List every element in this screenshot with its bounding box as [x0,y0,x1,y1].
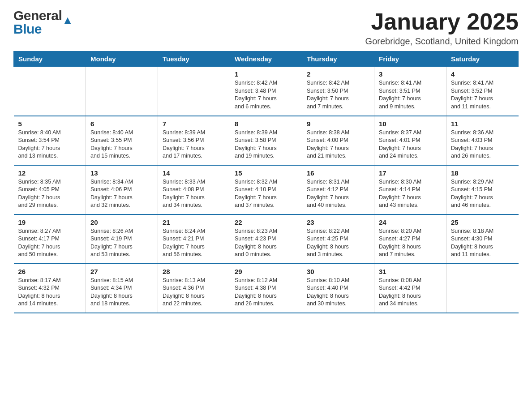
calendar-cell [158,67,230,116]
day-info: Sunrise: 8:34 AMSunset: 4:06 PMDaylight:… [90,178,153,210]
day-header-saturday: Saturday [446,51,519,67]
day-info: Sunrise: 8:27 AMSunset: 4:17 PMDaylight:… [18,227,82,259]
calendar-cell [86,67,158,116]
calendar-cell: 14Sunrise: 8:33 AMSunset: 4:08 PMDayligh… [158,165,230,214]
calendar-cell: 17Sunrise: 8:30 AMSunset: 4:14 PMDayligh… [374,165,446,214]
calendar-header-row: SundayMondayTuesdayWednesdayThursdayFrid… [14,51,519,67]
day-info: Sunrise: 8:31 AMSunset: 4:12 PMDaylight:… [307,178,369,210]
day-number: 18 [451,169,514,177]
svg-marker-0 [64,17,71,24]
calendar-cell: 4Sunrise: 8:41 AMSunset: 3:52 PMDaylight… [446,67,519,116]
logo-blue-text: Blue [13,22,62,36]
day-info: Sunrise: 8:35 AMSunset: 4:05 PMDaylight:… [18,178,82,210]
header: General Blue January 2025 Gorebridge, Sc… [13,9,519,47]
day-info: Sunrise: 8:42 AMSunset: 3:50 PMDaylight:… [307,79,369,111]
day-number: 3 [379,70,442,78]
day-info: Sunrise: 8:38 AMSunset: 4:00 PMDaylight:… [307,129,369,160]
calendar-cell: 7Sunrise: 8:39 AMSunset: 3:56 PMDaylight… [158,116,230,165]
day-number: 14 [163,169,225,177]
title-area: January 2025 Gorebridge, Scotland, Unite… [365,9,519,47]
calendar-cell: 13Sunrise: 8:34 AMSunset: 4:06 PMDayligh… [86,165,158,214]
day-info: Sunrise: 8:29 AMSunset: 4:15 PMDaylight:… [451,178,514,210]
calendar-cell: 30Sunrise: 8:10 AMSunset: 4:40 PMDayligh… [302,264,374,313]
day-number: 8 [235,120,297,128]
day-number: 13 [90,169,153,177]
day-info: Sunrise: 8:20 AMSunset: 4:27 PMDaylight:… [379,227,442,259]
day-number: 12 [18,169,82,177]
day-number: 2 [307,70,369,78]
day-number: 11 [451,120,514,128]
day-info: Sunrise: 8:41 AMSunset: 3:52 PMDaylight:… [451,79,514,111]
day-number: 26 [18,268,82,275]
calendar-cell: 16Sunrise: 8:31 AMSunset: 4:12 PMDayligh… [302,165,374,214]
calendar-cell: 27Sunrise: 8:15 AMSunset: 4:34 PMDayligh… [86,264,158,313]
day-number: 31 [379,268,442,275]
calendar-cell: 1Sunrise: 8:42 AMSunset: 3:48 PMDaylight… [230,67,302,116]
week-row-3: 12Sunrise: 8:35 AMSunset: 4:05 PMDayligh… [14,165,519,214]
calendar-cell: 12Sunrise: 8:35 AMSunset: 4:05 PMDayligh… [14,165,86,214]
calendar-cell: 21Sunrise: 8:24 AMSunset: 4:21 PMDayligh… [158,214,230,264]
day-info: Sunrise: 8:23 AMSunset: 4:23 PMDaylight:… [235,227,297,259]
day-number: 29 [235,268,297,275]
day-info: Sunrise: 8:26 AMSunset: 4:19 PMDaylight:… [90,227,153,259]
week-row-2: 5Sunrise: 8:40 AMSunset: 3:54 PMDaylight… [14,116,519,165]
day-info: Sunrise: 8:39 AMSunset: 3:56 PMDaylight:… [163,129,225,160]
day-info: Sunrise: 8:32 AMSunset: 4:10 PMDaylight:… [235,178,297,210]
day-info: Sunrise: 8:40 AMSunset: 3:55 PMDaylight:… [90,129,153,160]
calendar-cell [14,67,86,116]
day-info: Sunrise: 8:18 AMSunset: 4:30 PMDaylight:… [451,227,514,259]
day-number: 17 [379,169,442,177]
day-number: 1 [235,70,297,78]
day-info: Sunrise: 8:39 AMSunset: 3:58 PMDaylight:… [235,129,297,160]
day-number: 24 [379,218,442,226]
day-header-tuesday: Tuesday [158,51,230,67]
calendar-cell: 6Sunrise: 8:40 AMSunset: 3:55 PMDaylight… [86,116,158,165]
day-info: Sunrise: 8:41 AMSunset: 3:51 PMDaylight:… [379,79,442,111]
day-info: Sunrise: 8:15 AMSunset: 4:34 PMDaylight:… [90,277,153,308]
day-info: Sunrise: 8:33 AMSunset: 4:08 PMDaylight:… [163,178,225,210]
day-number: 19 [18,218,82,226]
day-number: 16 [307,169,369,177]
day-header-wednesday: Wednesday [230,51,302,67]
logo: General Blue [13,9,73,36]
day-number: 27 [90,268,153,275]
week-row-4: 19Sunrise: 8:27 AMSunset: 4:17 PMDayligh… [14,214,519,264]
day-info: Sunrise: 8:22 AMSunset: 4:25 PMDaylight:… [307,227,369,259]
calendar-cell: 24Sunrise: 8:20 AMSunset: 4:27 PMDayligh… [374,214,446,264]
calendar-cell: 10Sunrise: 8:37 AMSunset: 4:01 PMDayligh… [374,116,446,165]
logo-general-text: General [13,9,62,22]
day-header-thursday: Thursday [302,51,374,67]
day-number: 25 [451,218,514,226]
calendar-cell: 8Sunrise: 8:39 AMSunset: 3:58 PMDaylight… [230,116,302,165]
day-info: Sunrise: 8:13 AMSunset: 4:36 PMDaylight:… [163,277,225,308]
day-info: Sunrise: 8:17 AMSunset: 4:32 PMDaylight:… [18,277,82,308]
week-row-5: 26Sunrise: 8:17 AMSunset: 4:32 PMDayligh… [14,264,519,313]
subtitle: Gorebridge, Scotland, United Kingdom [365,36,519,47]
day-number: 7 [163,120,225,128]
day-number: 4 [451,70,514,78]
calendar-cell: 15Sunrise: 8:32 AMSunset: 4:10 PMDayligh… [230,165,302,214]
calendar-cell: 23Sunrise: 8:22 AMSunset: 4:25 PMDayligh… [302,214,374,264]
calendar-cell: 19Sunrise: 8:27 AMSunset: 4:17 PMDayligh… [14,214,86,264]
logo-triangle-icon [63,16,73,26]
day-number: 6 [90,120,153,128]
calendar-cell: 2Sunrise: 8:42 AMSunset: 3:50 PMDaylight… [302,67,374,116]
day-number: 23 [307,218,369,226]
day-number: 22 [235,218,297,226]
day-info: Sunrise: 8:10 AMSunset: 4:40 PMDaylight:… [307,277,369,308]
calendar-cell: 18Sunrise: 8:29 AMSunset: 4:15 PMDayligh… [446,165,519,214]
day-info: Sunrise: 8:30 AMSunset: 4:14 PMDaylight:… [379,178,442,210]
day-info: Sunrise: 8:40 AMSunset: 3:54 PMDaylight:… [18,129,82,160]
calendar-cell: 25Sunrise: 8:18 AMSunset: 4:30 PMDayligh… [446,214,519,264]
calendar: SundayMondayTuesdayWednesdayThursdayFrid… [13,51,519,313]
day-number: 28 [163,268,225,275]
day-info: Sunrise: 8:42 AMSunset: 3:48 PMDaylight:… [235,79,297,111]
calendar-cell: 22Sunrise: 8:23 AMSunset: 4:23 PMDayligh… [230,214,302,264]
main-title: January 2025 [365,9,519,34]
calendar-cell: 26Sunrise: 8:17 AMSunset: 4:32 PMDayligh… [14,264,86,313]
calendar-cell: 28Sunrise: 8:13 AMSunset: 4:36 PMDayligh… [158,264,230,313]
day-number: 15 [235,169,297,177]
day-header-sunday: Sunday [14,51,86,67]
day-header-monday: Monday [86,51,158,67]
day-number: 21 [163,218,225,226]
